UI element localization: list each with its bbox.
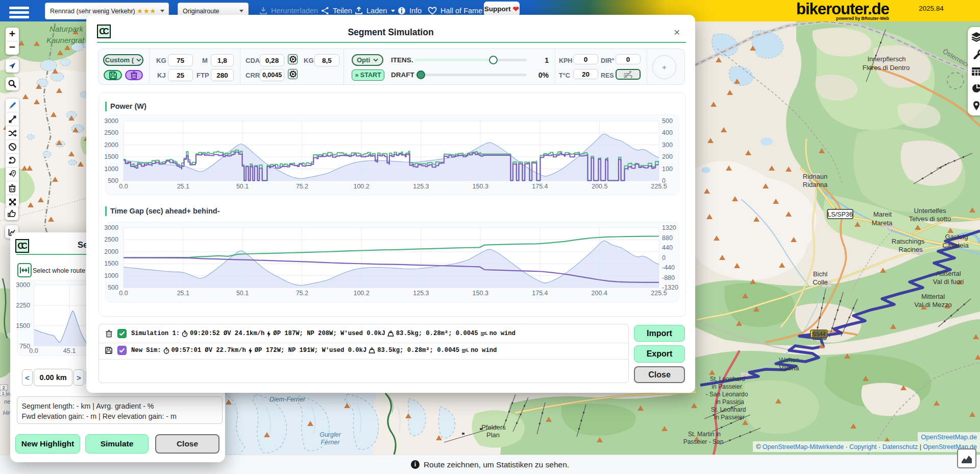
svg-text:175.4: 175.4 [532, 183, 548, 190]
svg-text:Passeier - San: Passeier - San [683, 438, 724, 445]
svg-text:Ridnaun: Ridnaun [803, 173, 827, 180]
svg-text:750: 750 [19, 343, 30, 350]
svg-text:500: 500 [108, 177, 118, 184]
svg-text:25.1: 25.1 [177, 290, 189, 297]
svg-text:3000: 3000 [104, 224, 118, 231]
svg-text:25.1: 25.1 [177, 183, 189, 190]
svg-text:500: 500 [108, 284, 118, 291]
svg-text:St. Martin in: St. Martin in [688, 431, 721, 438]
svg-text:500: 500 [662, 117, 673, 125]
svg-text:Mittertal: Mittertal [921, 293, 945, 300]
svg-text:in Passeier: in Passeier [712, 383, 742, 390]
svg-text:2250: 2250 [16, 302, 30, 309]
svg-text:100: 100 [662, 165, 673, 173]
svg-text:SS44: SS44 [813, 331, 826, 337]
svg-text:0.0: 0.0 [119, 290, 128, 297]
svg-text:-1320: -1320 [662, 284, 678, 291]
svg-text:Mareta: Mareta [872, 219, 893, 227]
svg-text:Valtina: Valtina [779, 364, 800, 372]
svg-text:1: 1 [2, 391, 5, 396]
svg-text:- San Leonardo: - San Leonardo [706, 391, 748, 398]
svg-text:Untertelfes: Untertelfes [914, 207, 946, 215]
svg-text:Mareit: Mareit [873, 210, 892, 218]
svg-text:150.3: 150.3 [473, 290, 488, 297]
svg-text:Gasteig: Gasteig [945, 233, 968, 241]
svg-text:Colle: Colle [813, 278, 828, 286]
svg-text:1000: 1000 [104, 272, 118, 279]
svg-text:Casateia: Casateia [942, 242, 969, 249]
svg-text:1500: 1500 [104, 153, 118, 160]
svg-text:440: 440 [662, 244, 673, 251]
svg-text:3000: 3000 [104, 117, 118, 125]
svg-text:Innerpflersch: Innerpflersch [867, 55, 905, 63]
svg-text:0: 0 [662, 177, 666, 184]
svg-text:150.3: 150.3 [473, 183, 488, 190]
svg-text:in Passeier: in Passeier [714, 414, 744, 421]
svg-text:1500: 1500 [104, 260, 118, 267]
svg-text:Pfelders: Pfelders [481, 423, 506, 431]
svg-text:Bichl: Bichl [813, 270, 827, 278]
svg-text:200.4: 200.4 [592, 290, 607, 297]
svg-text:Außertal: Außertal [936, 270, 961, 277]
svg-text:St. Leonhard: St. Leonhard [711, 406, 746, 413]
svg-text:Power (W): Power (W) [110, 102, 146, 110]
svg-text:2500: 2500 [104, 236, 118, 243]
svg-text:-880: -880 [662, 274, 675, 281]
svg-text:2500: 2500 [104, 129, 118, 136]
svg-text:1320: 1320 [662, 224, 676, 231]
svg-text:Naturpark: Naturpark [50, 25, 84, 33]
svg-text:Telves di sotto: Telves di sotto [909, 215, 951, 223]
svg-text:0.0: 0.0 [119, 183, 128, 190]
svg-text:in Passiria: in Passiria [716, 398, 744, 406]
svg-text:50.1: 50.1 [236, 290, 249, 297]
svg-text:Ferner: Ferner [321, 439, 340, 446]
svg-text:Val di fuori: Val di fuori [933, 278, 964, 286]
svg-text:0: 0 [662, 254, 666, 262]
svg-text:St. Leonhard: St. Leonhard [710, 375, 745, 383]
svg-text:Fleres di Dentro: Fleres di Dentro [863, 64, 910, 72]
svg-text:1500: 1500 [16, 322, 30, 329]
svg-text:300: 300 [662, 141, 673, 149]
svg-text:Plan: Plan [486, 431, 500, 439]
svg-text:100.2: 100.2 [353, 183, 369, 190]
svg-text:125.3: 125.3 [413, 290, 429, 297]
svg-text:3000: 3000 [16, 281, 30, 289]
svg-text:45.1: 45.1 [63, 347, 76, 354]
svg-text:Time Gap (sec) ahead+ behind-: Time Gap (sec) ahead+ behind- [110, 207, 220, 215]
svg-text:Ratschings: Ratschings [892, 238, 925, 245]
svg-text:Diem-Ferner: Diem-Ferner [270, 396, 306, 403]
svg-text:50.1: 50.1 [236, 183, 249, 190]
svg-text:2000: 2000 [104, 141, 118, 149]
svg-text:125.3: 125.3 [413, 183, 429, 190]
svg-text:Racines: Racines [899, 246, 923, 253]
svg-text:Kaunergrat: Kaunergrat [46, 36, 85, 44]
svg-text:-440: -440 [662, 264, 675, 271]
svg-text:LS/SP36: LS/SP36 [827, 211, 852, 218]
svg-text:880: 880 [662, 234, 673, 242]
svg-text:Gurgler: Gurgler [320, 431, 341, 438]
svg-text:Ridanna: Ridanna [803, 181, 828, 188]
svg-text:200: 200 [662, 153, 673, 160]
svg-text:400: 400 [662, 129, 673, 136]
svg-text:Walten: Walten [779, 356, 799, 364]
svg-text:2: 2 [3, 385, 5, 390]
svg-text:1000: 1000 [104, 165, 118, 173]
svg-text:175.4: 175.4 [532, 290, 548, 297]
svg-text:Val di Mezzo: Val di Mezzo [914, 301, 951, 309]
svg-text:2000: 2000 [104, 248, 118, 255]
svg-text:200.5: 200.5 [592, 183, 607, 190]
svg-text:100.2: 100.2 [353, 290, 369, 297]
svg-text:0.0: 0.0 [29, 347, 38, 354]
svg-text:75.2: 75.2 [296, 290, 308, 297]
svg-text:75.2: 75.2 [296, 183, 308, 190]
